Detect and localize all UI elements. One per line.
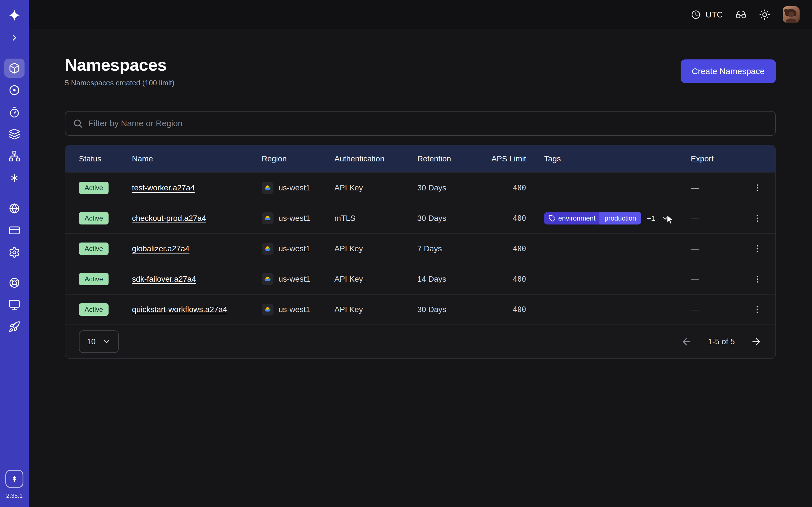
column-header-name: Name [132,154,262,163]
sidebar-item-billing[interactable] [4,221,24,240]
column-header-authentication: Authentication [335,154,417,163]
gcp-cloud-icon [262,273,273,285]
gcp-cloud-icon [262,243,273,255]
authentication-cell: API Key [335,275,417,284]
sidebar-item-learn[interactable] [4,295,24,314]
timezone-label: UTC [705,10,723,19]
tags-more-count: +1 [647,214,655,223]
table-row: Active test-worker.a27a4 us-west1 API Ke… [65,172,775,203]
sidebar-nav-help [4,273,24,336]
namespace-link[interactable]: test-worker.a27a4 [132,183,195,192]
content: Namespaces 5 Namespaces created (100 lim… [29,29,812,359]
sidebar-item-nexus[interactable] [4,168,24,187]
tags-expand-chevron[interactable] [660,213,670,224]
topbar: UTC [29,0,812,29]
user-avatar[interactable] [783,6,800,23]
column-header-export: Export [691,154,745,163]
column-header-status: Status [79,154,132,163]
authentication-cell: API Key [335,244,417,253]
row-menu-kebab-button[interactable] [750,272,764,286]
aps-limit-cell: 400 [482,275,533,283]
cube-icon [8,62,20,74]
sun-icon [759,9,770,20]
sidebar-item-globe[interactable] [4,199,24,218]
pagination-range: 1-5 of 5 [708,337,735,346]
gcp-cloud-icon [262,304,273,316]
arrow-right-icon [751,336,762,347]
aps-limit-cell: 400 [482,244,533,253]
sidebar-item-circle-dot[interactable] [4,80,24,100]
region-cell: us-west1 [262,182,335,194]
authentication-cell: mTLS [335,214,417,223]
row-menu-kebab-button[interactable] [750,302,764,317]
column-header-region: Region [262,154,335,163]
tag-chip[interactable]: environment production [544,212,641,224]
status-badge: Active [79,212,109,224]
next-page-button[interactable] [751,336,762,347]
sidebar-item-layers[interactable] [4,124,24,144]
retention-cell: 14 Days [417,275,482,284]
region-label: us-west1 [278,214,310,223]
sidebar: 2.35.1 [0,0,29,507]
layers-icon [8,128,20,140]
billing-card-icon [8,224,20,236]
region-cell: us-west1 [262,212,335,224]
sidebar-item-namespaces[interactable] [4,59,24,78]
row-menu-kebab-button[interactable] [750,181,764,195]
retention-cell: 7 Days [417,244,482,253]
theme-toggle[interactable] [759,9,770,20]
rocket-icon [8,321,20,333]
timezone-selector[interactable]: UTC [691,10,723,20]
chevron-down-icon [102,337,111,346]
region-cell: us-west1 [262,304,335,316]
app-version: 2.35.1 [6,492,22,499]
sidebar-item-schedules[interactable] [4,103,24,122]
sidebar-item-settings[interactable] [4,243,24,262]
page-size-select[interactable]: 10 [79,330,119,353]
column-header-tags: Tags [533,154,691,163]
sidebar-item-network[interactable] [4,147,24,166]
sidebar-item-getting-started[interactable] [4,317,24,336]
clock-icon [691,10,701,20]
region-label: us-west1 [278,305,310,314]
status-badge: Active [79,182,109,194]
filter-input[interactable] [89,119,768,128]
support-lifebuoy-icon [8,277,20,289]
column-header-retention: Retention [417,154,482,163]
table-row: Active globalizer.a27a4 us-west1 API Key… [65,233,775,264]
create-namespace-button[interactable]: Create Namespace [680,59,776,83]
app-root: 2.35.1 UTC [0,0,812,507]
aps-limit-cell: 400 [482,214,533,223]
namespace-link[interactable]: globalizer.a27a4 [132,244,190,253]
sidebar-item-support[interactable] [4,273,24,292]
sidebar-nav-account [4,199,24,262]
sidebar-collapse-toggle[interactable] [4,28,24,47]
namespace-link[interactable]: checkout-prod.a27a4 [132,214,206,223]
chevron-right-icon [9,33,19,43]
filter-searchbar [65,111,776,136]
page-title: Namespaces [65,55,174,75]
namespace-link[interactable]: quickstart-workflows.a27a4 [132,305,227,314]
export-cell: — [691,244,745,253]
authentication-cell: API Key [335,305,417,314]
asterisk-icon [8,172,20,184]
region-cell: us-west1 [262,273,335,285]
previous-page-button[interactable] [681,336,692,347]
tag-key-label: environment [558,214,596,222]
sidebar-usage-button[interactable] [5,470,23,488]
aps-limit-cell: 400 [482,305,533,314]
column-header-aps-limit: APS Limit [482,154,533,163]
row-menu-kebab-button[interactable] [750,211,764,225]
circle-dot-icon [8,84,20,96]
tag-icon [549,215,555,222]
aps-limit-cell: 400 [482,184,533,192]
page-subtitle: 5 Namespaces created (100 limit) [65,78,174,87]
glasses-icon [735,9,747,20]
row-menu-kebab-button[interactable] [750,242,764,256]
sidebar-logo[interactable] [4,6,24,25]
namespace-link[interactable]: sdk-failover.a27a4 [132,275,196,283]
retention-cell: 30 Days [417,305,482,314]
region-label: us-west1 [278,183,310,192]
page-size-value: 10 [87,337,96,346]
labs-mode-toggle[interactable] [735,9,747,20]
